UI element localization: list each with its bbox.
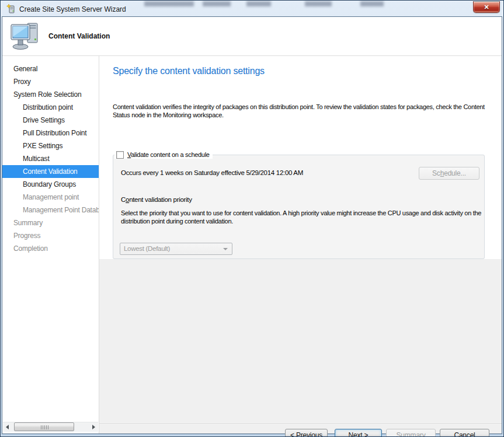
wizard-app-icon: [6, 4, 16, 14]
nav-item-management-point-database: Management Point Database: [2, 204, 99, 216]
glass-reflection: [305, 1, 332, 6]
nav-item-proxy[interactable]: Proxy: [2, 75, 99, 88]
title-bar: Create Site System Server Wizard ✕: [1, 1, 503, 17]
nav-item-distribution-point[interactable]: Distribution point: [2, 101, 99, 114]
validate-schedule-checkbox-row[interactable]: Validate content on a schedule: [114, 151, 213, 159]
schedule-groupbox: Validate content on a schedule Occurs ev…: [113, 151, 485, 259]
nav-item-boundary-groups[interactable]: Boundary Groups: [2, 178, 99, 191]
nav-item-multicast[interactable]: Multicast: [2, 152, 99, 165]
wizard-content: Specify the content validation settings …: [99, 56, 502, 433]
window-title: Create Site System Server Wizard: [19, 5, 126, 13]
wizard-nav-sidebar: General Proxy System Role Selection Dist…: [2, 56, 99, 433]
nav-item-pull-distribution-point[interactable]: Pull Distribution Point: [2, 127, 99, 139]
previous-button[interactable]: < Previous: [285, 429, 328, 437]
nav-item-system-role-selection[interactable]: System Role Selection: [2, 88, 99, 101]
nav-item-general[interactable]: General: [2, 62, 99, 75]
glass-reflection: [144, 1, 194, 6]
scrollbar-grip-icon: [41, 425, 48, 429]
priority-dropdown-value: Lowest (Default): [124, 245, 170, 252]
schedule-button: Schedule...: [419, 167, 479, 180]
nav-item-progress: Progress: [2, 229, 99, 242]
cancel-button[interactable]: Cancel: [440, 429, 489, 437]
nav-item-management-point: Management point: [2, 191, 99, 204]
priority-label: Content validation priority: [121, 196, 192, 203]
scrollbar-thumb[interactable]: [14, 422, 74, 431]
page-heading: Specify the content validation settings: [113, 66, 265, 76]
validate-schedule-checkbox[interactable]: [116, 151, 124, 159]
wizard-page-title: Content Validation: [48, 32, 110, 40]
priority-description: Select the priority that you want to use…: [121, 209, 482, 225]
footer-divider: [99, 424, 502, 424]
nav-item-content-validation[interactable]: Content Validation: [2, 165, 99, 178]
wizard-header: Content Validation: [2, 17, 502, 55]
priority-dropdown: Lowest (Default): [120, 243, 232, 255]
nav-item-summary: Summary: [2, 216, 99, 229]
nav-list: General Proxy System Role Selection Dist…: [2, 62, 99, 255]
glass-reflection: [246, 1, 271, 6]
glass-reflection: [360, 1, 384, 6]
page-description: Content validation verifies the integrit…: [113, 103, 491, 119]
nav-item-completion: Completion: [2, 242, 99, 255]
client-area: Content Validation General Proxy System …: [2, 17, 502, 433]
nav-item-drive-settings[interactable]: Drive Settings: [2, 114, 99, 127]
sidebar-horizontal-scrollbar[interactable]: [3, 422, 98, 432]
chevron-down-icon: [223, 248, 228, 250]
wizard-window: Create Site System Server Wizard ✕ Conte…: [0, 0, 504, 437]
nav-item-pxe-settings[interactable]: PXE Settings: [2, 139, 99, 152]
next-button[interactable]: Next >: [335, 429, 382, 437]
close-icon: ✕: [484, 4, 489, 11]
scroll-right-arrow-icon[interactable]: [88, 422, 98, 432]
schedule-summary-text: Occurs every 1 weeks on Saturday effecti…: [121, 169, 303, 176]
computer-icon: [11, 23, 40, 50]
scroll-left-arrow-icon[interactable]: [3, 422, 13, 432]
close-button[interactable]: ✕: [473, 1, 500, 13]
checkbox-label: Validate content on a schedule: [127, 151, 210, 158]
summary-button: Summary: [386, 429, 436, 437]
glass-reflection: [203, 1, 231, 6]
